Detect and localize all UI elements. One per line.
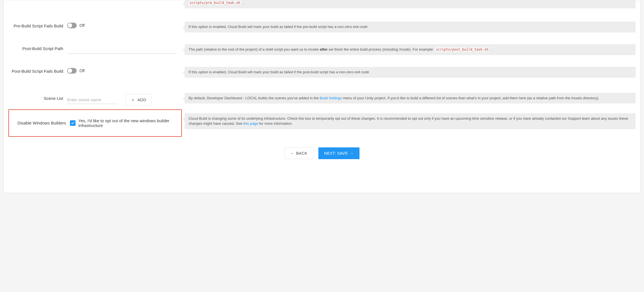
- post-build-fails-toggle[interactable]: [67, 68, 77, 74]
- arrow-left-icon: ←: [290, 151, 295, 156]
- scene-list-help: By default, Developer Dashboard - LOCAL …: [185, 93, 636, 104]
- pre-build-fails-row: Pre-Build Script Fails Build Off If this…: [8, 13, 636, 32]
- disable-windows-checkbox-label: Yes, I'd like to opt out of the new wind…: [78, 118, 179, 128]
- build-settings-link[interactable]: Build Settings: [320, 96, 342, 100]
- disable-windows-checkbox[interactable]: [70, 120, 76, 126]
- pre-build-fails-state: Off: [79, 23, 84, 28]
- post-build-path-row: Post-Build Script Path The path (relativ…: [8, 36, 636, 55]
- disable-windows-help: Cloud Build is changing some of its unde…: [185, 113, 636, 129]
- post-build-path-help: The path (relative to the root of the pr…: [185, 44, 636, 55]
- back-button-label: BACK: [296, 151, 307, 156]
- back-button[interactable]: ← BACK: [285, 147, 313, 159]
- pre-build-fails-toggle[interactable]: [67, 23, 77, 28]
- add-scene-button[interactable]: ＋ ADD: [125, 94, 152, 106]
- disable-windows-row: Disable Windows Builders Yes, I'd like t…: [8, 109, 636, 137]
- pre-build-path-row-tail: scripts/pre_build_task.sh .: [8, 0, 636, 10]
- settings-form: scripts/pre_build_task.sh . Pre-Build Sc…: [4, 0, 640, 193]
- post-build-fails-state: Off: [79, 69, 84, 73]
- wizard-footer: ← BACK NEXT: SAVE →: [8, 147, 636, 159]
- next-save-button[interactable]: NEXT: SAVE →: [318, 147, 359, 159]
- pre-build-path-help-tail: scripts/pre_build_task.sh .: [185, 0, 636, 8]
- pre-build-fails-label: Pre-Build Script Fails Build: [8, 23, 67, 29]
- post-build-fails-row: Post-Build Script Fails Build Off If thi…: [8, 58, 636, 78]
- scene-list-label: Scene List: [8, 94, 67, 101]
- check-icon: [71, 121, 75, 125]
- post-build-path-input[interactable]: [67, 45, 176, 54]
- scene-name-input[interactable]: [67, 96, 117, 104]
- post-build-fails-label: Post-Build Script Fails Build: [8, 68, 67, 74]
- post-build-path-label: Post-Build Script Path: [8, 45, 67, 51]
- pre-build-fails-help: If this option is enabled, Cloud Build w…: [185, 22, 636, 32]
- pre-build-path-code: scripts/pre_build_task.sh: [189, 1, 241, 5]
- disable-windows-label: Disable Windows Builders: [9, 120, 70, 126]
- plus-icon: ＋: [131, 97, 135, 103]
- disable-windows-info-link[interactable]: this page: [243, 121, 258, 126]
- next-save-label: NEXT: SAVE: [324, 151, 348, 156]
- add-scene-label: ADD: [138, 98, 146, 102]
- disable-windows-highlight: Disable Windows Builders Yes, I'd like t…: [8, 109, 182, 137]
- post-build-fails-help: If this option is enabled, Cloud Build w…: [185, 67, 636, 78]
- arrow-right-icon: →: [350, 151, 354, 156]
- scene-list-row: Scene List ＋ ADD By default, Developer D…: [8, 84, 636, 106]
